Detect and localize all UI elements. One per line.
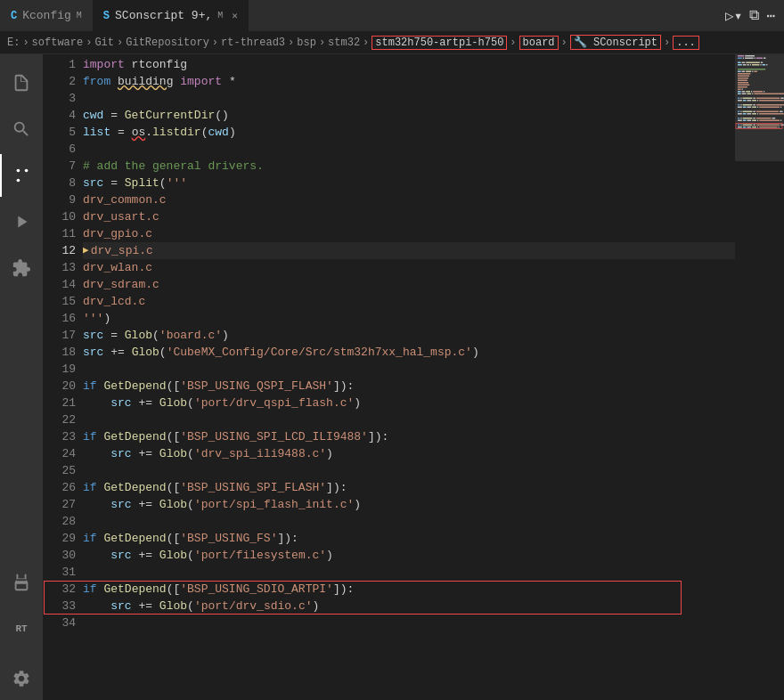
code-line-16: ''') [83, 310, 735, 327]
tab-kconfig[interactable]: C Kconfig M [0, 0, 93, 31]
code-line-3 [83, 90, 735, 107]
code-line-20: if GetDepend(['BSP_USING_QSPI_FLASH']): [83, 378, 735, 395]
activity-item-extensions[interactable] [0, 247, 43, 289]
token: ( [187, 598, 194, 615]
token [97, 479, 104, 496]
token: drv_spi.c [91, 242, 153, 259]
token: ) [326, 547, 333, 564]
token: Glob [125, 327, 152, 344]
token: 'BSP_USING_SPI_FLASH' [180, 479, 326, 496]
more-icon[interactable]: ⋯ [766, 7, 775, 25]
breadcrumb-artpi[interactable]: stm32h750-artpi-h750 [372, 36, 507, 50]
line-number-30: 30 [43, 547, 76, 564]
line-number-13: 13 [43, 259, 76, 276]
token: ( [159, 175, 167, 191]
line-number-17: 17 [43, 327, 76, 344]
code-line-4: cwd = GetCurrentDir() [83, 107, 735, 124]
token: import [180, 73, 222, 90]
activity-item-source-control[interactable] [0, 154, 43, 197]
breadcrumb-bsp[interactable]: bsp [297, 37, 316, 49]
layout-icon[interactable]: ⧉ [749, 7, 759, 24]
code-line-6 [83, 141, 735, 158]
token: drv_common.c [83, 191, 167, 208]
token [83, 445, 110, 462]
token: GetDepend [103, 378, 166, 395]
token: listdir [152, 124, 201, 141]
token: drv_usart.c [83, 208, 159, 225]
token: Glob [159, 598, 187, 615]
line-number-33: 33 [43, 598, 76, 615]
line-number-12: 12 [43, 242, 76, 259]
breadcrumb-software[interactable]: software [32, 37, 84, 49]
activity-bar: RT [0, 54, 43, 700]
token: src [110, 598, 131, 615]
activity-item-search[interactable] [0, 108, 43, 151]
line-number-24: 24 [43, 445, 76, 462]
tab-icon-k: C [11, 10, 17, 22]
token: GetDepend [103, 428, 166, 445]
code-container[interactable]: 1234567891011121314151617181920212223242… [43, 54, 735, 700]
tab-close-sscript[interactable]: ✕ [232, 10, 238, 21]
line-number-6: 6 [43, 141, 76, 158]
activity-item-rt[interactable]: RT [0, 607, 43, 650]
token: ([ [167, 530, 181, 547]
tab-label-kconfig: Kconfig [22, 9, 71, 22]
token: ( [159, 344, 167, 361]
token: # add the general drivers. [83, 158, 264, 175]
minimap-slider[interactable] [735, 54, 784, 161]
minimap [735, 54, 784, 700]
token [97, 581, 104, 598]
breadcrumb-gitrepo[interactable]: GitRepository [126, 37, 209, 49]
token: = [103, 107, 124, 124]
svg-point-1 [25, 169, 29, 173]
code-line-7: # add the general drivers. [83, 158, 735, 175]
line-numbers: 1234567891011121314151617181920212223242… [43, 54, 83, 700]
line-number-16: 16 [43, 310, 76, 327]
token: GetDepend [103, 581, 166, 598]
token: 'board.c' [159, 327, 222, 344]
token: 'CubeMX_Config/Core/Src/stm32h7xx_hal_ms… [167, 344, 472, 361]
token: cwd [208, 124, 228, 141]
breadcrumb-ellipsis[interactable]: ... [673, 36, 699, 50]
token [83, 496, 110, 513]
breadcrumb-sconscript[interactable]: 🔧 SConscript [570, 35, 661, 50]
line-number-29: 29 [43, 530, 76, 547]
token: = [103, 175, 124, 191]
line-number-10: 10 [43, 208, 76, 225]
code-line-24: src += Glob('drv_spi_ili9488.c') [83, 445, 735, 462]
token: ) [313, 598, 320, 615]
token: ''' [83, 310, 103, 327]
token: ) [326, 445, 333, 462]
breadcrumb-rtthread3[interactable]: rt-thread3 [221, 37, 285, 49]
tab-sscript[interactable]: S SConscript 9+, M ✕ [93, 0, 249, 31]
code-line-21: src += Glob('port/drv_qspi_flash.c') [83, 395, 735, 411]
activity-item-explorer[interactable] [0, 61, 43, 104]
token: Split [125, 175, 159, 191]
token: drv_lcd.c [83, 293, 145, 310]
code-line-28 [83, 513, 735, 530]
tab-modified-kconfig: M [77, 11, 82, 20]
breadcrumb-git[interactable]: Git [94, 37, 114, 49]
token: GetCurrentDir [125, 107, 215, 124]
token [173, 73, 180, 90]
token: () [215, 107, 229, 124]
token [97, 378, 104, 395]
code-line-33: src += Glob('port/drv_sdio.c') [83, 598, 735, 615]
token: = [103, 327, 124, 344]
line-number-14: 14 [43, 276, 76, 293]
line-number-20: 20 [43, 378, 76, 395]
token: ( [152, 327, 159, 344]
breadcrumb-e[interactable]: E: [7, 37, 20, 49]
activity-item-flask[interactable] [0, 561, 43, 604]
code-line-11: drv_gpio.c [83, 225, 735, 242]
run-icon[interactable]: ▷▾ [725, 7, 742, 25]
code-line-29: if GetDepend(['BSP_USING_FS']): [83, 530, 735, 547]
svg-point-2 [17, 169, 20, 173]
activity-item-gear[interactable] [0, 657, 43, 700]
token [97, 428, 104, 445]
breadcrumb-board[interactable]: board [519, 36, 559, 50]
breadcrumb-stm32[interactable]: stm32 [328, 37, 360, 49]
token [97, 530, 104, 547]
line-number-7: 7 [43, 158, 76, 175]
activity-item-run[interactable] [0, 200, 43, 243]
